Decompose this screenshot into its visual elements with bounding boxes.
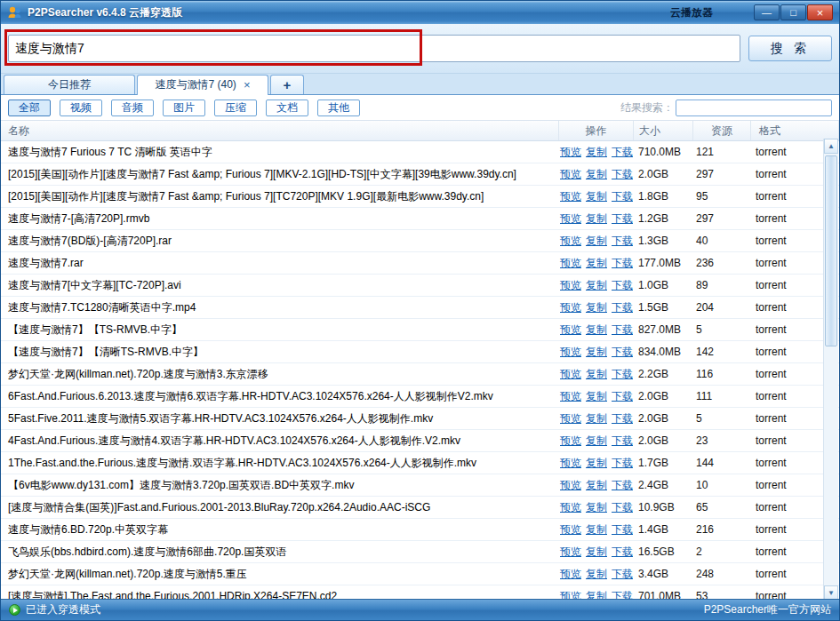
copy-link[interactable]: 复制 [586,411,607,426]
preview-link[interactable]: 预览 [560,367,581,382]
new-tab-button[interactable]: + [270,75,304,94]
download-link[interactable]: 下载 [612,545,633,560]
table-row[interactable]: 【6v电影www.dy131.com】速度与激情3.720p.国英双语.BD中英… [1,474,839,497]
tab-search-result[interactable]: 速度与激情7 (40)× [137,75,268,95]
download-link[interactable]: 下载 [612,256,633,271]
download-link[interactable]: 下载 [612,189,633,204]
header-name[interactable]: 名称 [1,121,559,140]
copy-link[interactable]: 复制 [586,522,607,537]
scroll-thumb[interactable] [825,155,837,346]
download-link[interactable]: 下载 [612,500,633,515]
header-seeds[interactable]: 资源 [693,121,751,140]
preview-link[interactable]: 预览 [560,234,581,249]
preview-link[interactable]: 预览 [560,434,581,449]
preview-link[interactable]: 预览 [560,389,581,404]
table-row[interactable]: 速度与激情6.BD.720p.中英双字幕预览复制下载1.4GB216torren… [1,519,839,541]
filter-document[interactable]: 文档 [266,100,308,116]
download-link[interactable]: 下载 [612,411,633,426]
preview-link[interactable]: 预览 [560,567,581,582]
preview-link[interactable]: 预览 [560,322,581,338]
result-filter-input[interactable] [676,100,832,116]
filter-other[interactable]: 其他 [317,100,360,116]
preview-link[interactable]: 预览 [560,545,581,560]
tab-today-recommend[interactable]: 今日推荐 [4,75,135,94]
preview-link[interactable]: 预览 [560,278,581,293]
copy-link[interactable]: 复制 [586,478,607,493]
preview-link[interactable]: 预览 [560,456,581,471]
table-row[interactable]: 速度与激情7(BD版)-[高清720P].rar预览复制下载1.3GB40tor… [1,230,839,252]
copy-link[interactable]: 复制 [586,367,607,382]
title-bar[interactable]: P2PSearcher v6.4.8 云播穿透版 云播放器 — □ × [1,1,839,24]
download-link[interactable]: 下载 [612,211,633,227]
download-link[interactable]: 下载 [612,300,633,315]
preview-link[interactable]: 预览 [560,345,581,360]
copy-link[interactable]: 复制 [586,300,607,315]
download-link[interactable]: 下载 [612,345,633,360]
table-row[interactable]: 1The.Fast.and.the.Furious.速度与激情.双语字幕.HR-… [1,452,839,474]
download-link[interactable]: 下载 [612,322,633,338]
preview-link[interactable]: 预览 [560,411,581,426]
preview-link[interactable]: 预览 [560,189,581,204]
preview-link[interactable]: 预览 [560,211,581,227]
table-row[interactable]: 【速度与激情7】【TS-RMVB.中字】预览复制下载827.0MB5torren… [1,319,839,341]
copy-link[interactable]: 复制 [586,567,607,582]
download-link[interactable]: 下载 [612,145,633,160]
download-link[interactable]: 下载 [612,167,633,182]
table-row[interactable]: 6Fast.And.Furious.6.2013.速度与激情6.双语字幕.HR-… [1,386,839,408]
scroll-up-arrow[interactable]: ▲ [824,139,838,154]
table-row[interactable]: 5Fast.Five.2011.速度与激情5.双语字幕.HR-HDTV.AC3.… [1,408,839,430]
copy-link[interactable]: 复制 [586,434,607,449]
download-link[interactable]: 下载 [612,234,633,249]
copy-link[interactable]: 复制 [586,167,607,182]
filter-video[interactable]: 视频 [60,100,102,116]
download-link[interactable]: 下载 [612,278,633,293]
table-row[interactable]: [2015][美国][动作片][速度与激情7 Fast &amp; Furiou… [1,163,839,186]
search-input[interactable] [8,35,740,62]
header-format[interactable]: 格式 [751,121,839,140]
copy-link[interactable]: 复制 [586,456,607,471]
search-button[interactable]: 搜 索 [748,36,832,61]
table-row[interactable]: 4Fast.And.Furious.速度与激情4.双语字幕.HR-HDTV.AC… [1,430,839,452]
preview-link[interactable]: 预览 [560,478,581,493]
copy-link[interactable]: 复制 [586,545,607,560]
copy-link[interactable]: 复制 [586,322,607,338]
preview-link[interactable]: 预览 [560,522,581,537]
download-link[interactable]: 下载 [612,522,633,537]
minimize-button[interactable]: — [754,4,780,20]
cloud-player-button[interactable]: 云播放器 [670,5,713,20]
maximize-button[interactable]: □ [780,4,806,20]
table-row[interactable]: 速度与激情7 Furious 7 TC 清晰版 英语中字预览复制下载710.0M… [1,141,839,163]
table-row[interactable]: 【速度与激情7】【清晰TS-RMVB.中字】预览复制下载834.0MB142to… [1,341,839,363]
copy-link[interactable]: 复制 [586,256,607,271]
preview-link[interactable]: 预览 [560,256,581,271]
filter-audio[interactable]: 音频 [111,100,154,116]
copy-link[interactable]: 复制 [586,345,607,360]
header-action[interactable]: 操作 [559,121,634,140]
header-size[interactable]: 大小 [634,121,693,140]
table-row[interactable]: 速度与激情7-[高清720P].rmvb预览复制下载1.2GB297torren… [1,208,839,230]
download-link[interactable]: 下载 [612,478,633,493]
copy-link[interactable]: 复制 [586,189,607,204]
filter-all[interactable]: 全部 [8,100,51,116]
preview-link[interactable]: 预览 [560,167,581,182]
table-row[interactable]: 速度与激情7[中文字幕][TC-720P].avi预览复制下载1.0GB89to… [1,275,839,297]
download-link[interactable]: 下载 [612,567,633,582]
preview-link[interactable]: 预览 [560,145,581,160]
preview-link[interactable]: 预览 [560,300,581,315]
close-button[interactable]: × [807,4,833,20]
tab-close-icon[interactable]: × [244,79,251,91]
copy-link[interactable]: 复制 [586,234,607,249]
table-row[interactable]: 梦幻天堂·龙网(killman.net).720p.速度与激情3.东京漂移预览复… [1,363,839,386]
copy-link[interactable]: 复制 [586,500,607,515]
download-link[interactable]: 下载 [612,434,633,449]
download-link[interactable]: 下载 [612,456,633,471]
copy-link[interactable]: 复制 [586,278,607,293]
table-row[interactable]: 速度与激情7.TC1280清晰英语中字.mp4预览复制下载1.5GB204tor… [1,297,839,319]
copy-link[interactable]: 复制 [586,211,607,227]
table-row[interactable]: 飞鸟娱乐(bbs.hdbird.com).速度与激情6部曲.720p.国英双语预… [1,541,839,563]
download-link[interactable]: 下载 [612,367,633,382]
filter-archive[interactable]: 压缩 [214,100,257,116]
table-row[interactable]: 梦幻天堂·龙网(killman.net).720p.速度与激情5.重压预览复制下… [1,563,839,585]
table-row[interactable]: [2015][美国][动作片][速度与激情7 Fast &amp; Furiou… [1,186,839,208]
copy-link[interactable]: 复制 [586,145,607,160]
